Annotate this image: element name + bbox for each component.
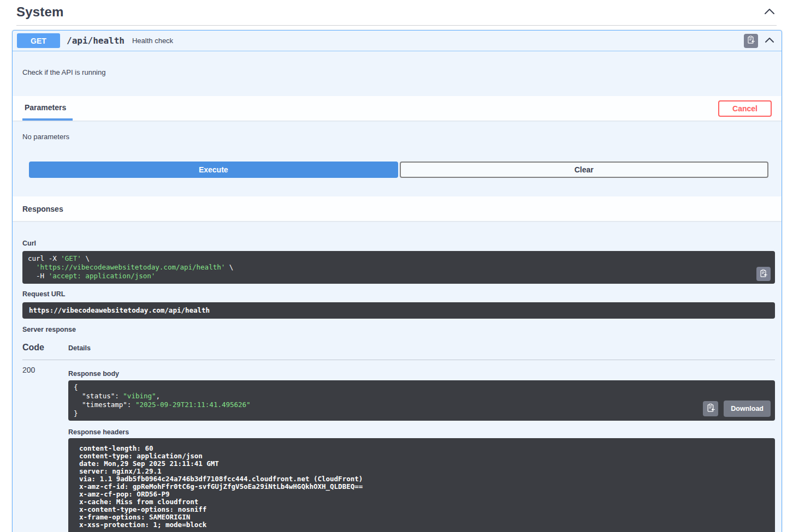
responses-title: Responses — [22, 196, 63, 221]
details-column-header: Details — [68, 344, 775, 352]
parameters-section-header: Parameters Cancel — [13, 96, 782, 121]
response-headers-block: content-length: 60content-type: applicat… — [68, 438, 775, 532]
header-line: date: Mon,29 Sep 2025 21:11:41 GMT — [79, 460, 764, 468]
curl-label: Curl — [22, 240, 775, 247]
request-url-block: https://vibecodeawebsitetoday.com/api/he… — [22, 302, 775, 319]
section-header: System — [0, 0, 793, 20]
header-line: content-type: application/json — [79, 452, 764, 460]
chevron-up-icon — [764, 37, 775, 45]
operation-collapse-button[interactable] — [763, 35, 776, 46]
section-collapse-button[interactable] — [762, 7, 777, 18]
header-line: content-length: 60 — [79, 445, 764, 452]
clipboard-copy-icon — [747, 35, 755, 46]
header-line: server: nginx/1.29.1 — [79, 468, 764, 475]
response-row-200: 200 Response body { "status": "vibing", … — [22, 360, 775, 532]
swagger-page: System GET /api/health Health check — [0, 0, 793, 532]
execute-row: Execute Clear — [29, 162, 768, 178]
server-response-label: Server response — [22, 326, 775, 333]
section-title: System — [16, 4, 64, 20]
responses-content: Curl curl -X 'GET' \ 'https://vibecodeaw… — [13, 240, 782, 532]
response-status-code: 200 — [22, 360, 68, 532]
header-line: x-frame-options: SAMEORIGIN — [79, 513, 764, 521]
request-url-label: Request URL — [22, 290, 775, 298]
response-body-label: Response body — [68, 370, 775, 378]
header-line: x-amz-cf-id: gpReMohFfr0tC6g-svfGUjZfgV5… — [79, 483, 764, 491]
operation-description: Check if the API is running — [13, 51, 782, 96]
header-line: x-amz-cf-pop: ORD56-P9 — [79, 491, 764, 498]
chevron-up-icon — [764, 8, 776, 17]
tab-parameters[interactable]: Parameters — [22, 96, 73, 121]
header-line: x-xss-protection: 1; mode=block — [79, 521, 764, 529]
execute-button[interactable]: Execute — [29, 162, 398, 178]
copy-curl-button[interactable] — [756, 267, 771, 281]
operation-path: /api/health — [67, 35, 125, 46]
section-divider — [16, 25, 777, 26]
clipboard-copy-icon — [706, 403, 715, 414]
http-method-badge: GET — [17, 33, 60, 48]
response-body-json: { "status": "vibing", "timestamp": "2025… — [74, 383, 251, 417]
clipboard-copy-icon — [759, 269, 768, 279]
clear-button[interactable]: Clear — [400, 162, 769, 178]
no-parameters-message: No parameters — [13, 121, 782, 141]
header-line: x-cache: Miss from cloudfront — [79, 498, 764, 506]
header-line: via: 1.1 9adb5fb0964c24a746b3df7108fcc44… — [79, 475, 764, 483]
cancel-button[interactable]: Cancel — [718, 100, 772, 117]
opblock-get-api-health: GET /api/health Health check — [12, 30, 782, 532]
header-line: x-content-type-options: nosniff — [79, 506, 764, 513]
response-body-controls: Download — [703, 401, 771, 417]
summary-controls — [744, 34, 776, 48]
response-table-header: Code Details — [22, 343, 775, 360]
curl-text: curl -X 'GET' \ 'https://vibecodeawebsit… — [28, 254, 233, 280]
server-response-table: Code Details 200 Response body { "status… — [22, 343, 775, 532]
code-column-header: Code — [22, 343, 68, 352]
curl-command-block: curl -X 'GET' \ 'https://vibecodeawebsit… — [22, 251, 775, 284]
copy-response-body-button[interactable] — [703, 401, 718, 416]
response-details-cell: Response body { "status": "vibing", "tim… — [68, 360, 775, 532]
operation-summary-text: Health check — [132, 37, 173, 45]
responses-section-header: Responses — [13, 196, 782, 221]
operation-summary[interactable]: GET /api/health Health check — [13, 31, 782, 51]
download-button[interactable]: Download — [724, 401, 771, 417]
response-headers-label: Response headers — [68, 428, 775, 436]
copy-path-button[interactable] — [744, 34, 758, 48]
response-body-block: { "status": "vibing", "timestamp": "2025… — [68, 380, 775, 421]
